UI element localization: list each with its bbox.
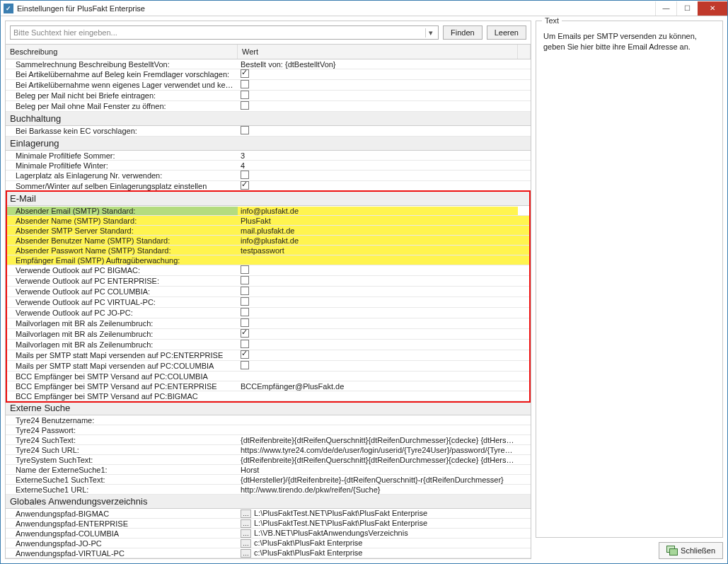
table-row[interactable]: Sommer/Winter auf selben Einlagerungspla… (6, 181, 531, 192)
row-val[interactable]: http://www.tirendo.de/pkw/reifen/{Suche} (238, 485, 518, 494)
table-row[interactable]: TyreSystem SuchText:{dtReifenbreite}{dtR… (6, 455, 531, 465)
table-row[interactable]: Mailvorlagen mit BR als Zeilenumbruch: (6, 340, 531, 350)
table-row[interactable]: Sammelrechnung Beschreibung BestelltVon:… (6, 59, 531, 69)
row-val[interactable]: {dtHersteller}/{dtReifenbreite}-{dtReife… (238, 476, 518, 484)
table-row[interactable]: Name der ExterneSuche1:Horst (6, 465, 531, 475)
checkbox[interactable] (241, 318, 249, 327)
checkbox[interactable] (241, 308, 249, 316)
table-row[interactable]: Anwendungspfad-ENTERPRISE…L:\PlusFaktTes… (6, 519, 531, 529)
table-row[interactable]: Beleg per Mail ohne Mail Fenster zu öffn… (6, 101, 531, 112)
group-header[interactable]: Buchhaltung (6, 112, 531, 126)
find-button[interactable]: Finden (443, 25, 483, 40)
table-row[interactable]: Tyre24 SuchText:{dtReifenbreite}{dtReife… (6, 435, 531, 445)
row-val[interactable]: BCCEmpfänger@PlusFakt.de (238, 382, 518, 391)
table-row[interactable]: Verwende Outlook auf PC VIRTUAL-PC: (6, 297, 531, 308)
checkbox[interactable] (241, 329, 249, 338)
close-window-button[interactable]: ✕ (698, 1, 727, 16)
group-header[interactable]: Einlagerung (6, 137, 531, 151)
row-val[interactable]: testpasswort (238, 246, 518, 255)
row-val[interactable] (238, 91, 518, 100)
table-row[interactable]: Tyre24 Benutzername: (6, 415, 531, 425)
table-row[interactable]: Verwende Outlook auf PC BIGMAC: (6, 265, 531, 276)
row-val[interactable] (238, 101, 518, 111)
checkbox[interactable] (241, 287, 249, 295)
checkbox[interactable] (241, 350, 249, 359)
group-header[interactable]: E-Mail (6, 192, 531, 206)
row-val[interactable] (238, 297, 518, 307)
clear-button[interactable]: Leeren (487, 25, 526, 40)
col-val-header[interactable]: Wert (238, 45, 518, 59)
maximize-button[interactable]: ☐ (676, 1, 698, 16)
row-val[interactable]: 3 (238, 151, 518, 160)
checkbox[interactable] (241, 69, 249, 78)
row-val[interactable]: {dtReifenbreite}{dtReifenQuerschnitt}{dt… (238, 436, 518, 444)
row-val[interactable] (238, 69, 518, 79)
row-val[interactable] (238, 350, 518, 360)
row-val[interactable] (238, 340, 518, 350)
browse-button[interactable]: … (241, 549, 251, 558)
checkbox[interactable] (241, 126, 249, 134)
checkbox[interactable] (241, 181, 249, 190)
row-val[interactable]: info@plusfakt.de (238, 236, 518, 245)
col-desc-header[interactable]: Beschreibung (6, 45, 238, 59)
table-row[interactable]: Verwende Outlook auf PC COLUMBIA: (6, 287, 531, 297)
table-row[interactable]: Verwende Outlook auf PC ENTERPRISE: (6, 276, 531, 287)
row-val[interactable] (238, 276, 518, 286)
table-row[interactable]: Mails per SMTP statt Mapi versenden auf … (6, 361, 531, 372)
table-row[interactable]: Bei Artikelübernahme auf Beleg kein Frem… (6, 69, 531, 80)
browse-button[interactable]: … (241, 519, 251, 528)
row-val[interactable] (238, 329, 518, 339)
table-row[interactable]: BCC Empfänger bei SMTP Versand auf PC:BI… (6, 391, 531, 401)
close-button[interactable]: Schließen (659, 542, 723, 559)
row-val[interactable]: Horst (238, 466, 518, 474)
table-row[interactable]: Anwendungspfad-BIGMAC…L:\PlusFaktTest.NE… (6, 509, 531, 519)
grid-body[interactable]: Sammelrechnung Beschreibung BestelltVon:… (6, 59, 531, 558)
table-row[interactable]: BCC Empfänger bei SMTP Versand auf PC:CO… (6, 372, 531, 381)
table-row[interactable]: Anwendungspfad-JO-PC…c:\PlusFakt\PlusFak… (6, 539, 531, 548)
checkbox[interactable] (241, 101, 249, 110)
row-val[interactable] (238, 171, 518, 180)
checkbox[interactable] (241, 265, 249, 274)
row-val[interactable] (238, 265, 518, 275)
table-row[interactable]: Minimale Profiltiefe Sommer:3 (6, 151, 531, 161)
row-val[interactable]: …L:\PlusFaktTest.NET\PlusFakt\PlusFakt E… (238, 509, 518, 518)
row-val[interactable]: 4 (238, 161, 518, 170)
checkbox[interactable] (241, 297, 249, 306)
table-row[interactable]: Bei Artikelübernahme wenn eigenes Lager … (6, 80, 531, 91)
table-row[interactable]: Mails per SMTP statt Mapi versenden auf … (6, 350, 531, 361)
table-row[interactable]: Absender SMTP Server Standard:mail.plusf… (6, 226, 531, 236)
checkbox[interactable] (241, 91, 249, 99)
row-val[interactable]: {dtReifenbreite}{dtReifenQuerschnitt}{dt… (238, 456, 518, 464)
table-row[interactable]: Absender Passwort Name (SMTP) Standard:t… (6, 246, 531, 255)
checkbox[interactable] (241, 340, 249, 348)
checkbox[interactable] (241, 171, 249, 179)
row-val[interactable] (238, 181, 518, 191)
group-header[interactable]: Globales Anwendungsverzeichnis (6, 495, 531, 509)
table-row[interactable]: Verwende Outlook auf PC JO-PC: (6, 308, 531, 318)
row-val[interactable]: …c:\PlusFakt\PlusFakt Enterprise (238, 548, 518, 558)
table-row[interactable]: Tyre24 Passwort: (6, 425, 531, 435)
search-input[interactable]: Bitte Suchtext hier eingeben... ▾ (10, 25, 439, 40)
row-val[interactable] (238, 126, 518, 136)
table-row[interactable]: Anwendungspfad-VIRTUAL-PC…c:\PlusFakt\Pl… (6, 548, 531, 558)
browse-button[interactable]: … (241, 529, 251, 538)
checkbox[interactable] (241, 361, 249, 369)
chevron-down-icon[interactable]: ▾ (425, 28, 435, 38)
table-row[interactable]: BCC Empfänger bei SMTP Versand auf PC:EN… (6, 381, 531, 391)
table-row[interactable]: Beleg per Mail nicht bei Briefe eintrage… (6, 91, 531, 101)
table-row[interactable]: Bei Barkasse kein EC vorschlagen: (6, 126, 531, 137)
checkbox[interactable] (241, 276, 249, 284)
row-val[interactable] (238, 80, 518, 90)
table-row[interactable]: Absender Benutzer Name (SMTP) Standard:i… (6, 236, 531, 246)
row-val[interactable]: …L:\VB.NET\PlusFaktAnwendungsVerzeichnis (238, 529, 518, 538)
table-row[interactable]: Mailvorlagen mit BR als Zeilenumbruch: (6, 329, 531, 340)
row-val[interactable]: …c:\PlusFakt\PlusFakt Enterprise (238, 539, 518, 548)
group-header[interactable]: Externe Suche (6, 401, 531, 415)
row-val[interactable]: mail.plusfakt.de (238, 226, 518, 235)
row-val[interactable]: …L:\PlusFaktTest.NET\PlusFakt\PlusFakt E… (238, 519, 518, 528)
table-row[interactable]: ExterneSuche1 URL:http://www.tirendo.de/… (6, 485, 531, 495)
table-row[interactable]: Absender Name (SMTP) Standard:PlusFakt (6, 216, 531, 226)
table-row[interactable]: Lagerplatz als Einlagerung Nr. verwenden… (6, 171, 531, 181)
row-val[interactable] (238, 308, 518, 318)
row-val[interactable]: info@plusfakt.de (238, 207, 518, 215)
